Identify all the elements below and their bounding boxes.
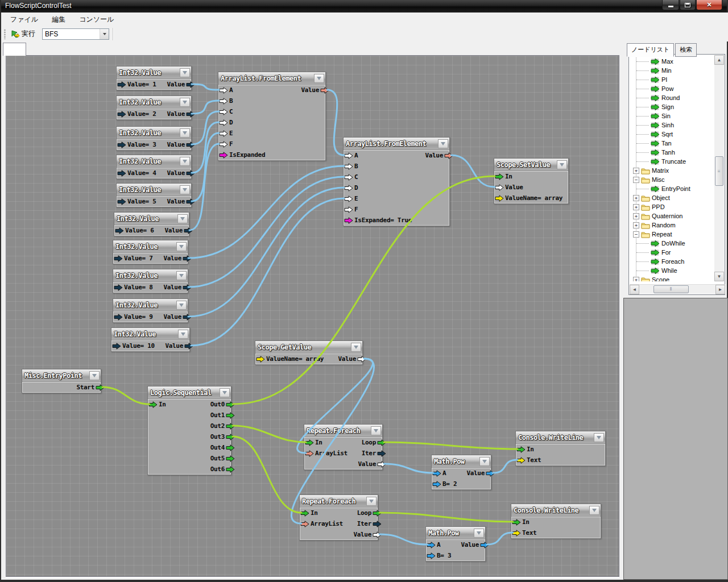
horizontal-scroll-thumb[interactable]: ⦀	[653, 285, 689, 293]
node-console-writeline-18[interactable]: Console.WriteLineInText	[515, 431, 606, 466]
node-dropdown-button[interactable]	[180, 68, 190, 77]
node-scope-getvalue-13[interactable]: Scope.GetValueValueName= arrayValue	[255, 340, 363, 365]
input-port[interactable]	[117, 142, 126, 148]
close-button[interactable]: ✕	[696, 0, 722, 10]
node-int32-value-9[interactable]: Int32.ValueValue= 10Value	[111, 327, 190, 352]
input-port[interactable]	[219, 87, 228, 94]
toolbar-grip[interactable]	[4, 29, 6, 39]
tree-item-max[interactable]: Max	[630, 57, 715, 66]
scroll-up-button[interactable]: ▲	[714, 55, 724, 65]
input-port[interactable]	[219, 119, 228, 126]
input-port[interactable]	[516, 457, 526, 464]
output-port[interactable]	[226, 412, 235, 419]
node-header[interactable]: Int32.Value	[117, 155, 191, 168]
node-header[interactable]: Int32.Value	[114, 213, 189, 225]
output-port[interactable]	[320, 87, 329, 94]
node-header[interactable]: Scope.GetValue	[255, 341, 362, 354]
input-port[interactable]	[219, 109, 228, 115]
input-port[interactable]	[427, 552, 436, 559]
scroll-left-button[interactable]: ◄	[630, 285, 639, 294]
input-port[interactable]	[117, 81, 126, 88]
node-header[interactable]: Int32.Value	[117, 127, 191, 139]
input-port[interactable]	[117, 198, 126, 205]
node-int32-value-0[interactable]: Int32.ValueValue= 1Value	[116, 66, 192, 90]
node-console-writeline-21[interactable]: Console.WriteLineInText	[511, 504, 601, 539]
node-int32-value-4[interactable]: Int32.ValueValue= 5Value	[116, 183, 192, 207]
tree-item-misc[interactable]: − Misc	[630, 175, 715, 184]
input-port[interactable]	[219, 98, 228, 105]
node-arraylist-fromelement-11[interactable]: ArrayList.FromElementAValueBCDEFIsExpand…	[343, 137, 450, 226]
input-port[interactable]	[219, 152, 228, 159]
output-port[interactable]	[186, 170, 195, 177]
input-port[interactable]	[115, 227, 124, 234]
expand-expander[interactable]: +	[633, 195, 639, 201]
output-port[interactable]	[373, 521, 382, 527]
input-port[interactable]	[344, 185, 353, 192]
tree-item-pow[interactable]: Pow	[630, 84, 715, 93]
output-port[interactable]	[373, 510, 382, 517]
scroll-down-button[interactable]: ▼	[714, 272, 724, 281]
node-dropdown-button[interactable]	[557, 160, 567, 169]
node-math-pow-17[interactable]: Math.PowAValueB= 2	[431, 455, 491, 490]
node-dropdown-button[interactable]	[220, 388, 230, 397]
tree-item-entrypoint[interactable]: EntryPoint	[630, 184, 715, 193]
expand-expander[interactable]: +	[633, 204, 639, 210]
tree-item-sinh[interactable]: Sinh	[630, 120, 715, 130]
minimize-button[interactable]	[662, 0, 679, 10]
node-dropdown-button[interactable]	[89, 371, 100, 380]
output-port[interactable]	[226, 401, 235, 408]
tree-item-pi[interactable]: PI	[630, 75, 715, 84]
node-dropdown-button[interactable]	[589, 506, 599, 515]
input-port[interactable]	[219, 141, 228, 148]
node-header[interactable]: ArrayList.FromElement	[218, 72, 325, 85]
output-port[interactable]	[377, 450, 386, 457]
node-header[interactable]: Logic.Sequential	[148, 386, 231, 399]
node-dropdown-button[interactable]	[176, 301, 187, 310]
output-port[interactable]	[377, 439, 386, 446]
input-port[interactable]	[495, 195, 504, 202]
node-repeat-foreach-16[interactable]: Repeat.ForeachInLoopArrayListIterValue	[304, 424, 383, 470]
node-header[interactable]: Math.Pow	[426, 527, 485, 539]
node-dropdown-button[interactable]	[479, 457, 490, 466]
output-port[interactable]	[183, 255, 192, 262]
tree-item-random[interactable]: + Random	[630, 221, 715, 230]
title-bar[interactable]: FlowScriptControlTest ✕	[1, 0, 727, 13]
node-header[interactable]: Repeat.Foreach	[304, 425, 382, 437]
canvas-tab[interactable]	[3, 43, 26, 56]
input-port[interactable]	[305, 439, 314, 446]
maximize-button[interactable]	[680, 0, 696, 10]
input-port[interactable]	[344, 152, 353, 159]
tree-item-truncate[interactable]: Truncate	[630, 157, 715, 166]
expand-expander[interactable]: +	[633, 168, 639, 174]
input-port[interactable]	[432, 470, 441, 477]
input-port[interactable]	[300, 510, 309, 517]
input-port[interactable]	[114, 255, 123, 262]
menu-item-2[interactable]: コンソール	[73, 13, 119, 27]
node-logic-sequential-15[interactable]: Logic.SequentialInOut0Out1Out2Out3Out4Ou…	[147, 386, 231, 475]
node-dropdown-button[interactable]	[366, 497, 377, 506]
node-header[interactable]: Int32.Value	[113, 240, 188, 253]
node-header[interactable]: Int32.Value	[111, 328, 189, 340]
output-port[interactable]	[226, 455, 235, 462]
output-port[interactable]	[183, 284, 192, 291]
node-header[interactable]: Int32.Value	[117, 184, 191, 196]
node-header[interactable]: Repeat.Foreach	[300, 495, 378, 508]
output-port[interactable]	[444, 152, 453, 159]
input-port[interactable]	[344, 196, 353, 202]
input-port[interactable]	[148, 401, 158, 408]
node-misc-entrypoint-14[interactable]: Misc.EntryPointStart	[22, 369, 101, 393]
mode-combobox[interactable]: BFS	[42, 28, 109, 40]
tree-item-min[interactable]: Min	[630, 66, 715, 75]
output-port[interactable]	[184, 343, 193, 350]
node-dropdown-button[interactable]	[594, 433, 604, 442]
node-dropdown-button[interactable]	[351, 343, 361, 352]
input-port[interactable]	[344, 163, 353, 170]
tree-item-quaternion[interactable]: + Quaternion	[630, 211, 715, 221]
node-header[interactable]: Int32.Value	[113, 299, 188, 311]
output-port[interactable]	[357, 356, 366, 363]
output-port[interactable]	[226, 434, 235, 440]
input-port[interactable]	[344, 206, 353, 213]
tree-item-sqrt[interactable]: Sqrt	[630, 130, 715, 139]
tree-item-scope[interactable]: + Scope	[630, 275, 715, 281]
expand-expander[interactable]: +	[633, 213, 639, 219]
